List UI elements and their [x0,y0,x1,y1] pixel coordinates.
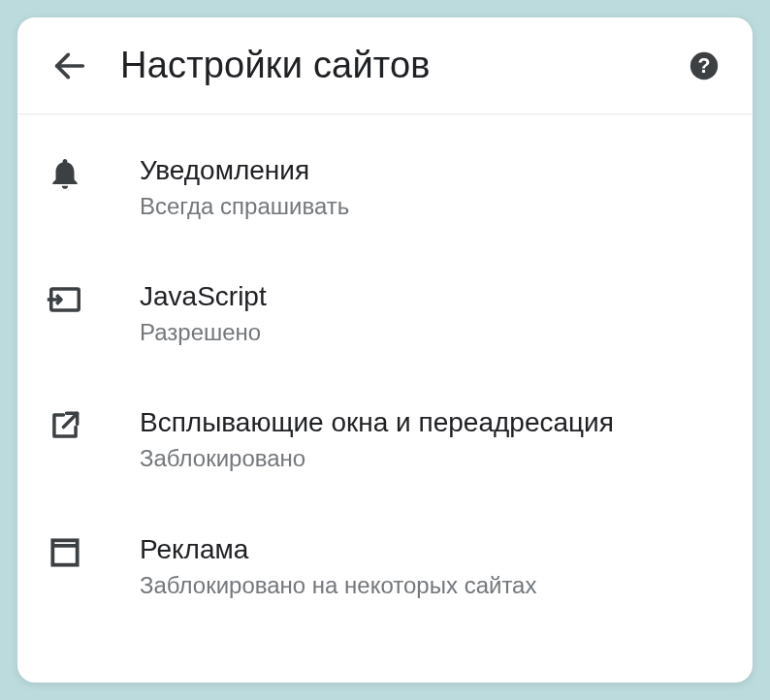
setting-subtitle: Разрешено [140,317,725,347]
help-icon: ? [688,49,721,82]
help-button[interactable]: ? [683,45,725,87]
setting-subtitle: Заблокировано на некоторых сайтах [140,570,725,600]
setting-javascript[interactable]: JavaScript Разрешено [17,250,753,376]
settings-card: Настройки сайтов ? Уведомления Всегда сп… [17,17,753,683]
outer-background: Настройки сайтов ? Уведомления Всегда сп… [0,0,770,700]
setting-subtitle: Заблокировано [140,443,725,473]
bell-icon [41,153,140,192]
back-button[interactable] [37,33,103,99]
setting-popups[interactable]: Всплывающие окна и переадресация Заблоки… [17,376,753,502]
setting-title: Всплывающие окна и переадресация [140,405,725,439]
setting-subtitle: Всегда спрашивать [140,191,725,221]
svg-text:?: ? [698,54,711,78]
javascript-icon [41,279,140,318]
setting-notifications[interactable]: Уведомления Всегда спрашивать [17,124,753,250]
setting-title: Уведомления [140,153,725,187]
ads-icon [41,532,140,571]
popup-icon [41,405,140,444]
settings-list: Уведомления Всегда спрашивать JavaScript… [17,114,753,683]
svg-line-5 [63,414,77,428]
page-title: Настройки сайтов [120,45,683,86]
arrow-left-icon [50,47,89,85]
setting-ads[interactable]: Реклама Заблокировано на некоторых сайта… [17,503,753,629]
setting-title: Реклама [140,532,725,566]
setting-title: JavaScript [140,279,725,313]
header-bar: Настройки сайтов ? [17,17,753,114]
